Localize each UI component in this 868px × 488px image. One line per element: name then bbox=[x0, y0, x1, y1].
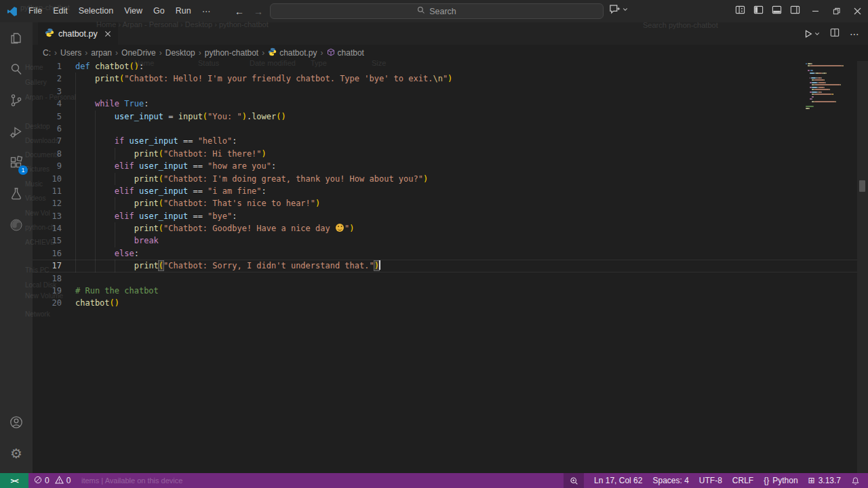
restore-button[interactable] bbox=[826, 0, 847, 22]
line-number: 8 bbox=[33, 148, 62, 160]
explorer-icon[interactable] bbox=[0, 22, 33, 54]
status-encoding[interactable]: UTF-8 bbox=[699, 473, 722, 488]
indent-guide bbox=[75, 135, 76, 147]
python-file-icon bbox=[268, 47, 277, 58]
indent-guide bbox=[115, 260, 115, 272]
search-sidebar-icon[interactable] bbox=[0, 54, 33, 85]
settings-gear-icon[interactable]: ⚙ bbox=[0, 438, 33, 469]
zoom-indicator[interactable] bbox=[564, 473, 584, 488]
tab-bar: chatbot.py ⋯ bbox=[33, 22, 868, 45]
status-eol[interactable]: CRLF bbox=[732, 473, 753, 488]
indent-guide bbox=[75, 260, 76, 272]
indent-guide bbox=[115, 197, 115, 209]
run-python-file-button[interactable] bbox=[804, 29, 820, 39]
breadcrumb-item-desktop[interactable]: Desktop bbox=[165, 48, 196, 58]
status-bar-right: Ln 17, Col 62Spaces: 4UTF-8CRLF{}Python⊞… bbox=[564, 473, 868, 488]
breadcrumb-item-chatbot[interactable]: chatbot bbox=[326, 48, 365, 58]
code-line: 1def chatbot(): bbox=[33, 61, 857, 73]
split-editor-icon[interactable] bbox=[830, 28, 840, 40]
activity-bar: 1 ⚙ bbox=[0, 22, 33, 473]
menu-file[interactable]: File bbox=[23, 3, 47, 19]
indent-guide bbox=[95, 123, 96, 135]
breadcrumb-item-pythonchatbot[interactable]: python-chatbot bbox=[204, 48, 259, 58]
account-icon[interactable] bbox=[0, 407, 33, 438]
breadcrumb: C:›Users›arpan›OneDrive›Desktop›python-c… bbox=[33, 45, 868, 61]
indent-guide bbox=[75, 98, 76, 110]
source-control-icon[interactable] bbox=[0, 85, 33, 116]
line-number: 13 bbox=[33, 210, 62, 222]
vscode-logo-icon bbox=[7, 6, 18, 17]
line-number: 11 bbox=[33, 185, 62, 197]
indent-guide bbox=[75, 123, 76, 135]
breadcrumb-item-onedrive[interactable]: OneDrive bbox=[121, 48, 157, 58]
indent-guide bbox=[75, 222, 76, 235]
code-line: 12 print("Chatbot: That's nice to hear!"… bbox=[33, 197, 857, 209]
toggle-primary-sidebar-icon[interactable] bbox=[753, 5, 764, 18]
toggle-panel-icon[interactable] bbox=[772, 5, 782, 18]
line-number: 17 bbox=[33, 260, 62, 272]
status-cursor-position[interactable]: Ln 17, Col 62 bbox=[594, 473, 642, 488]
code-editor[interactable]: 1def chatbot():2 print("Chatbot: Hello! … bbox=[33, 61, 857, 310]
indent-guide bbox=[95, 235, 96, 247]
code-line: 14 print("Chatbot: Goodbye! Have a nice … bbox=[33, 222, 857, 235]
back-arrow-icon[interactable]: ← bbox=[235, 6, 244, 17]
tab-close-icon[interactable] bbox=[104, 30, 111, 37]
menu-run[interactable]: Run bbox=[170, 3, 197, 19]
code-line: 10 print("Chatbot: I'm doing great, than… bbox=[33, 173, 857, 185]
browser-extension-icon[interactable] bbox=[0, 209, 33, 241]
indent-guide bbox=[95, 260, 96, 272]
indent-guide bbox=[115, 235, 115, 247]
menu-edit[interactable]: Edit bbox=[47, 3, 73, 19]
remote-indicator[interactable]: >< bbox=[0, 473, 28, 488]
line-number: 14 bbox=[33, 222, 62, 235]
indent-guide bbox=[95, 210, 96, 222]
toggle-secondary-sidebar-icon[interactable] bbox=[790, 5, 800, 18]
breadcrumb-separator-icon: › bbox=[82, 48, 90, 58]
symbol-function-icon bbox=[327, 48, 335, 58]
command-center-search[interactable]: Search bbox=[270, 3, 604, 19]
problems-indicator[interactable]: 0 0 bbox=[28, 473, 76, 488]
code-line: 5 user_input = input("You: ").lower() bbox=[33, 110, 857, 123]
close-window-button[interactable] bbox=[847, 0, 868, 22]
tab-chatbot-py[interactable]: chatbot.py bbox=[38, 22, 118, 45]
code-line: 19# Run the chatbot bbox=[33, 285, 857, 297]
breadcrumb-item-chatbotpy[interactable]: chatbot.py bbox=[267, 47, 317, 58]
line-number: 12 bbox=[33, 197, 62, 209]
line-number: 2 bbox=[33, 73, 62, 85]
minimap[interactable] bbox=[806, 62, 853, 110]
extensions-icon[interactable]: 1 bbox=[0, 147, 33, 178]
copilot-button[interactable] bbox=[609, 4, 628, 14]
braces-icon: {} bbox=[764, 476, 769, 485]
breadcrumb-item-c[interactable]: C: bbox=[42, 48, 52, 58]
breadcrumb-item-arpan[interactable]: arpan bbox=[90, 48, 113, 58]
status-language[interactable]: {}Python bbox=[764, 473, 797, 488]
indent-guide bbox=[75, 235, 76, 247]
indent-guide bbox=[75, 73, 76, 85]
remote-icon: >< bbox=[10, 476, 18, 485]
line-number: 7 bbox=[33, 135, 62, 147]
line-number: 5 bbox=[33, 110, 62, 123]
notifications-bell-icon[interactable] bbox=[851, 473, 860, 488]
testing-icon[interactable] bbox=[0, 178, 33, 209]
status-python-version[interactable]: ⊞3.13.7 bbox=[808, 473, 841, 488]
indent-guide bbox=[75, 247, 76, 260]
menu-selection[interactable]: Selection bbox=[73, 3, 119, 19]
more-actions-icon[interactable]: ⋯ bbox=[850, 28, 860, 39]
customize-layout-icon[interactable] bbox=[735, 5, 745, 18]
forward-arrow-icon[interactable]: → bbox=[254, 6, 263, 17]
minimize-button[interactable] bbox=[805, 0, 826, 22]
run-and-debug-icon[interactable] bbox=[0, 116, 33, 147]
indent-guide bbox=[75, 148, 76, 160]
menu-view[interactable]: View bbox=[119, 3, 148, 19]
line-number: 6 bbox=[33, 123, 62, 135]
scrollbar[interactable] bbox=[857, 61, 868, 473]
warnings-icon bbox=[55, 476, 64, 486]
breadcrumb-item-users[interactable]: Users bbox=[60, 48, 82, 58]
warnings-count: 0 bbox=[66, 476, 71, 485]
line-number: 18 bbox=[33, 272, 62, 285]
menu-more[interactable]: ⋯ bbox=[197, 3, 216, 19]
scrollbar-handle[interactable] bbox=[859, 180, 865, 192]
status-indentation[interactable]: Spaces: 4 bbox=[652, 473, 688, 488]
code-line: 2 print("Chatbot: Hello! I'm your friend… bbox=[33, 73, 857, 85]
menu-go[interactable]: Go bbox=[148, 3, 170, 19]
